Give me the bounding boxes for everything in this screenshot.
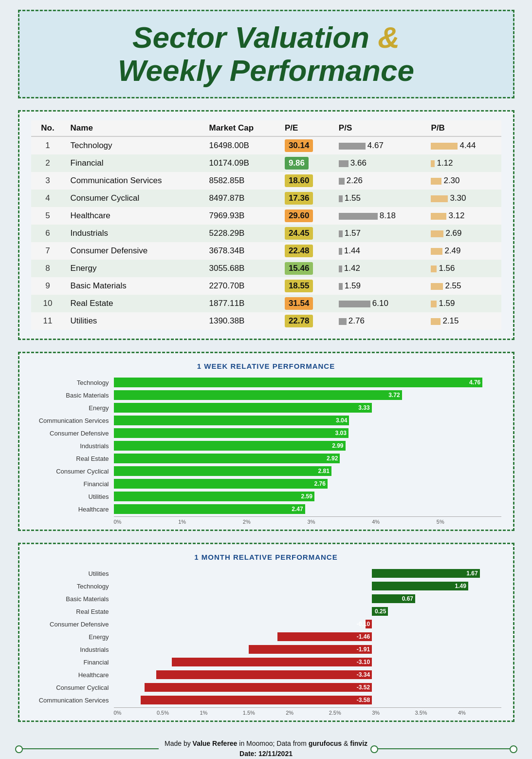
cell-no: 5 (31, 207, 65, 225)
bar-fill: -3.34 (156, 670, 372, 679)
cell-no: 6 (31, 225, 65, 242)
bar-value-label: 0.67 (400, 595, 415, 602)
bar-value-label: 3.03 (335, 430, 347, 436)
cell-name: Healthcare (65, 207, 203, 225)
bar-area: 4.76 (114, 377, 501, 388)
bar-area: 3.72 (114, 390, 501, 400)
bar-fill: 2.92 (114, 454, 340, 463)
axis-label: 4% (372, 519, 437, 525)
cell-name: Consumer Cyclical (65, 190, 203, 207)
cell-pb: 4.44 (425, 136, 501, 154)
axis-label: 0.5% (157, 710, 200, 716)
bar-value-label: 4.76 (469, 379, 480, 386)
bar-area: -3.58 (114, 695, 501, 705)
bar-value-label: 3.72 (388, 392, 400, 398)
bar-row: Utilities1.67 (31, 568, 501, 579)
col-header-pb: P/B (425, 120, 501, 136)
footer-text: Made by Value Referee in Moomoo; Data fr… (165, 739, 367, 759)
cell-ps: 1.57 (333, 225, 425, 242)
bar-row: Technology4.76 (31, 377, 501, 388)
footer-mid: in Moomoo; Data from (237, 740, 308, 747)
cell-name: Utilities (65, 312, 203, 330)
cell-no: 3 (31, 172, 65, 190)
cell-ps: 3.66 (333, 154, 425, 172)
cell-ps: 2.26 (333, 172, 425, 190)
bar-fill: 2.81 (114, 466, 331, 476)
cell-ps: 2.76 (333, 312, 425, 330)
bar-area: 3.33 (114, 402, 501, 413)
cell-name: Basic Materials (65, 277, 203, 295)
bar-area: 1.67 (114, 568, 501, 579)
page-title: Sector Valuation & Weekly Performance (34, 21, 498, 87)
cell-ps: 4.67 (333, 136, 425, 154)
bar-fill: -1.91 (249, 645, 372, 654)
bar-row: Consumer Cyclical-3.52 (31, 682, 501, 693)
cell-pe: 9.86 (279, 154, 333, 172)
bar-row: Energy3.33 (31, 402, 501, 413)
bar-row: Real Estate2.92 (31, 453, 501, 464)
table-row: 2Financial10174.09B9.863.661.12 (31, 154, 501, 172)
cell-name: Consumer Defensive (65, 242, 203, 260)
bar-fill: 2.47 (114, 504, 305, 514)
bar-row: Consumer Cyclical2.81 (31, 466, 501, 476)
cell-pe: 31.54 (279, 295, 333, 312)
bar-value-label: 2.59 (301, 493, 312, 500)
cell-name: Real Estate (65, 295, 203, 312)
cell-pb: 2.55 (425, 277, 501, 295)
bar-value-label: 1.67 (464, 570, 479, 577)
bar-fill: -3.52 (145, 683, 372, 692)
bar-value-label: -3.10 (355, 659, 372, 665)
bar-row: Healthcare2.47 (31, 504, 501, 514)
cell-ps: 1.42 (333, 260, 425, 277)
bar-area: -3.10 (114, 657, 501, 667)
footer: Made by Value Referee in Moomoo; Data fr… (18, 734, 514, 759)
bar-label: Healthcare (31, 506, 114, 513)
table-row: 7Consumer Defensive3678.34B22.481.442.49 (31, 242, 501, 260)
bar-area: 0.25 (114, 606, 501, 617)
cell-pe: 18.55 (279, 277, 333, 295)
bar-fill: 2.59 (114, 492, 314, 501)
bar-row: Consumer Defensive-0.10 (31, 619, 501, 629)
cell-market-cap: 7969.93B (203, 207, 278, 225)
footer-source1: gurufocus (309, 740, 342, 747)
footer-author: Value Referee (193, 740, 238, 747)
bar-fill: 0.25 (372, 607, 388, 616)
bar-label: Financial (31, 480, 114, 488)
bar-value-label: 2.81 (318, 468, 329, 474)
cell-pb: 3.30 (425, 190, 501, 207)
bar-label: Consumer Defensive (31, 621, 114, 628)
bar-label: Financial (31, 659, 114, 666)
table-row: 11Utilities1390.38B22.782.762.15 (31, 312, 501, 330)
axis-label: 1% (178, 519, 243, 525)
bar-fill: -1.46 (277, 632, 372, 641)
bar-label: Energy (31, 633, 114, 641)
chart1-section: 1 WEEK RELATIVE PERFORMANCE Technology4.… (18, 352, 514, 531)
bar-label: Technology (31, 379, 114, 386)
bar-area: 2.47 (114, 504, 501, 514)
bar-row: Communication Services3.04 (31, 415, 501, 426)
bar-value-label: 3.33 (358, 404, 369, 411)
axis-label: 0% (114, 519, 179, 525)
cell-pb: 2.15 (425, 312, 501, 330)
bar-value-label: 2.99 (332, 442, 343, 449)
bar-label: Industrials (31, 646, 114, 653)
col-header-no: No. (31, 120, 65, 136)
valuation-table: No. Name Market Cap P/E P/S P/B 1Technol… (31, 120, 501, 330)
bar-label: Utilities (31, 493, 114, 500)
bar-label: Consumer Defensive (31, 430, 114, 437)
cell-pe: 22.48 (279, 242, 333, 260)
table-row: 3Communication Services8582.85B18.602.26… (31, 172, 501, 190)
bar-row: Basic Materials3.72 (31, 390, 501, 400)
axis-label: 1.5% (243, 710, 286, 716)
bar-label: Energy (31, 404, 114, 412)
bar-area: 3.03 (114, 428, 501, 438)
bar-value-label: 0.25 (373, 608, 388, 615)
axis-label: 3.5% (415, 710, 458, 716)
axis-label: 1% (200, 710, 242, 716)
bar-fill: 4.76 (114, 378, 483, 387)
bar-row: Industrials2.99 (31, 440, 501, 451)
bar-value-label: 2.76 (314, 480, 326, 487)
bar-fill: 3.04 (114, 416, 349, 425)
title-amp: & (378, 20, 400, 54)
bar-row: Energy-1.46 (31, 631, 501, 642)
